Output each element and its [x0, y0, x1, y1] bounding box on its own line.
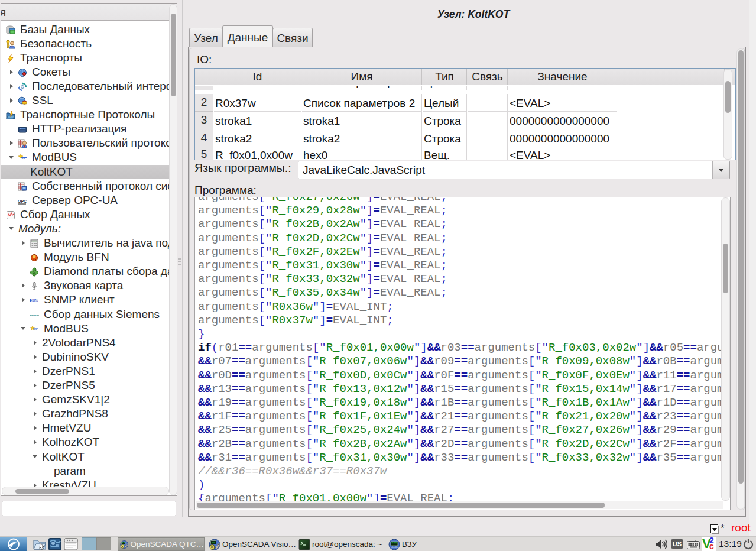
svg-text:SIEMENS: SIEMENS [30, 315, 39, 317]
svg-text:SNMP: SNMP [31, 299, 38, 302]
svg-text:OPC: OPC [18, 199, 27, 203]
